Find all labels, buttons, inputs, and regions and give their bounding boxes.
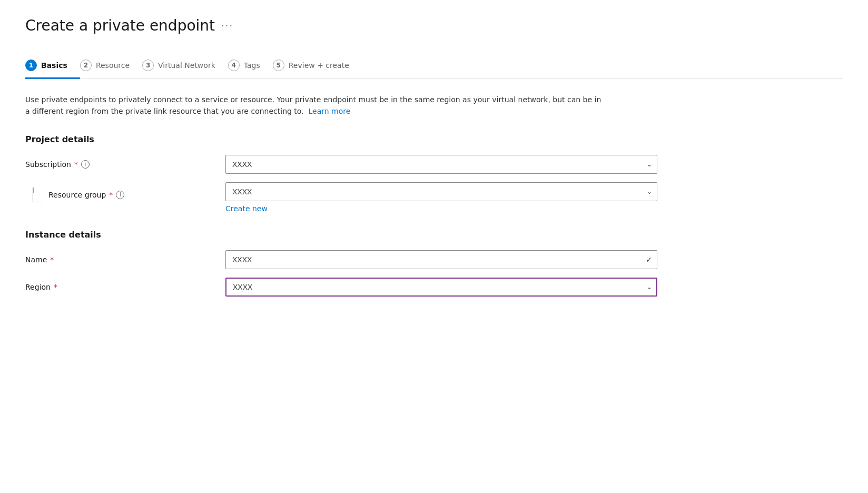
step-virtual-network[interactable]: 3 Virtual Network (142, 53, 228, 78)
step-4-label: Tags (244, 61, 260, 70)
resource-group-label-col: Resource group * i (25, 182, 225, 202)
name-control: XXXX ✓ (225, 250, 657, 269)
name-select-wrapper: XXXX ✓ (225, 250, 657, 269)
subscription-required-star: * (74, 160, 78, 169)
region-required-star: * (54, 283, 57, 291)
resource-group-select-wrapper: XXXX ⌄ (225, 182, 657, 201)
step-2-label: Resource (96, 61, 130, 70)
step-5-label: Review + create (289, 61, 349, 70)
steps-nav: 1 Basics 2 Resource 3 Virtual Network 4 … (25, 53, 843, 79)
region-select[interactable]: XXXX (225, 278, 657, 297)
page-header: Create a private endpoint ··· (25, 17, 843, 34)
subscription-select-wrapper: XXXX ⌄ (225, 155, 657, 174)
more-options-icon[interactable]: ··· (221, 20, 233, 31)
project-details-section: Project details Subscription * i XXXX ⌄ … (25, 134, 843, 213)
project-details-title: Project details (25, 134, 843, 144)
name-label: Name (25, 255, 47, 264)
subscription-control: XXXX ⌄ (225, 155, 657, 174)
name-select[interactable]: XXXX (225, 250, 657, 269)
resource-group-row: Resource group * i XXXX ⌄ Create new (25, 182, 657, 213)
description-text: Use private endpoints to privately conne… (25, 94, 605, 117)
name-label-col: Name * (25, 250, 225, 264)
create-new-link[interactable]: Create new (225, 204, 268, 213)
resource-group-info-icon[interactable]: i (116, 191, 124, 199)
step-3-label: Virtual Network (158, 61, 215, 70)
name-row: Name * XXXX ✓ (25, 250, 657, 269)
page-title: Create a private endpoint (25, 17, 215, 34)
step-tags[interactable]: 4 Tags (228, 53, 273, 78)
name-required-star: * (50, 255, 54, 264)
subscription-label-col: Subscription * i (25, 155, 225, 169)
region-row: Region * XXXX ⌄ (25, 278, 657, 297)
region-label: Region (25, 283, 51, 291)
step-2-circle: 2 (80, 60, 92, 71)
learn-more-link[interactable]: Learn more (309, 107, 351, 115)
step-1-label: Basics (41, 61, 67, 70)
subscription-row: Subscription * i XXXX ⌄ (25, 155, 657, 174)
subscription-info-icon[interactable]: i (81, 160, 90, 169)
step-5-circle: 5 (273, 60, 284, 71)
subscription-select[interactable]: XXXX (225, 155, 657, 174)
region-label-col: Region * (25, 278, 225, 291)
step-3-circle: 3 (142, 60, 154, 71)
region-control: XXXX ⌄ (225, 278, 657, 297)
instance-details-section: Instance details Name * XXXX ✓ Region * … (25, 230, 843, 297)
resource-group-select[interactable]: XXXX (225, 182, 657, 201)
resource-group-control: XXXX ⌄ Create new (225, 182, 657, 213)
resource-group-required-star: * (109, 191, 113, 199)
step-1-circle: 1 (25, 60, 37, 71)
step-basics[interactable]: 1 Basics (25, 53, 80, 78)
region-select-wrapper: XXXX ⌄ (225, 278, 657, 297)
step-4-circle: 4 (228, 60, 240, 71)
subscription-label: Subscription (25, 160, 71, 169)
resource-group-label: Resource group (48, 191, 106, 199)
step-resource[interactable]: 2 Resource (80, 53, 142, 78)
instance-details-title: Instance details (25, 230, 843, 240)
step-review-create[interactable]: 5 Review + create (273, 53, 362, 78)
